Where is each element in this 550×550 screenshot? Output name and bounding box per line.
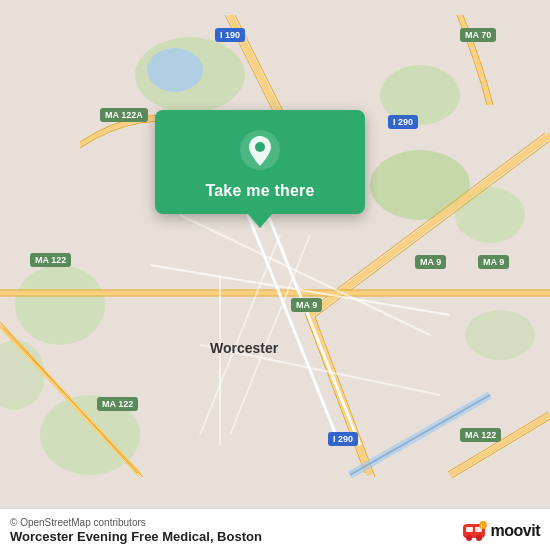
take-me-there-button[interactable]: Take me there (205, 182, 314, 200)
svg-rect-41 (466, 527, 473, 532)
moovit-brand-icon: i (461, 518, 487, 544)
road-label-ma122-br: MA 122 (460, 428, 501, 442)
map-svg (0, 0, 550, 550)
svg-point-5 (15, 265, 105, 345)
moovit-logo: i moovit (461, 518, 540, 544)
road-label-ma9-mid: MA 9 (291, 298, 322, 312)
svg-point-9 (147, 48, 203, 92)
bottom-bar: © OpenStreetMap contributors Worcester E… (0, 508, 550, 550)
road-label-i190: I 190 (215, 28, 245, 42)
road-label-i290-top: I 290 (388, 115, 418, 129)
svg-point-8 (465, 310, 535, 360)
road-label-ma9-right: MA 9 (415, 255, 446, 269)
osm-credit: © OpenStreetMap contributors (10, 517, 262, 528)
road-label-i290-bot: I 290 (328, 432, 358, 446)
road-label-ma122-bot: MA 122 (97, 397, 138, 411)
location-pin-icon (238, 128, 282, 172)
city-label: Worcester (210, 340, 278, 356)
road-label-ma122-left: MA 122 (30, 253, 71, 267)
map-container: I 190 MA 122A MA 70 I 290 MA 9 MA 9 MA 1… (0, 0, 550, 550)
moovit-text: moovit (491, 522, 540, 540)
svg-point-39 (466, 535, 472, 541)
road-label-ma122a: MA 122A (100, 108, 148, 122)
road-label-ma70: MA 70 (460, 28, 496, 42)
bottom-left: © OpenStreetMap contributors Worcester E… (10, 517, 262, 544)
location-title: Worcester Evening Free Medical, Boston (10, 529, 262, 544)
popup-card: Take me there (155, 110, 365, 214)
road-label-ma9-right2: MA 9 (478, 255, 509, 269)
svg-point-37 (255, 142, 265, 152)
svg-point-40 (476, 535, 482, 541)
